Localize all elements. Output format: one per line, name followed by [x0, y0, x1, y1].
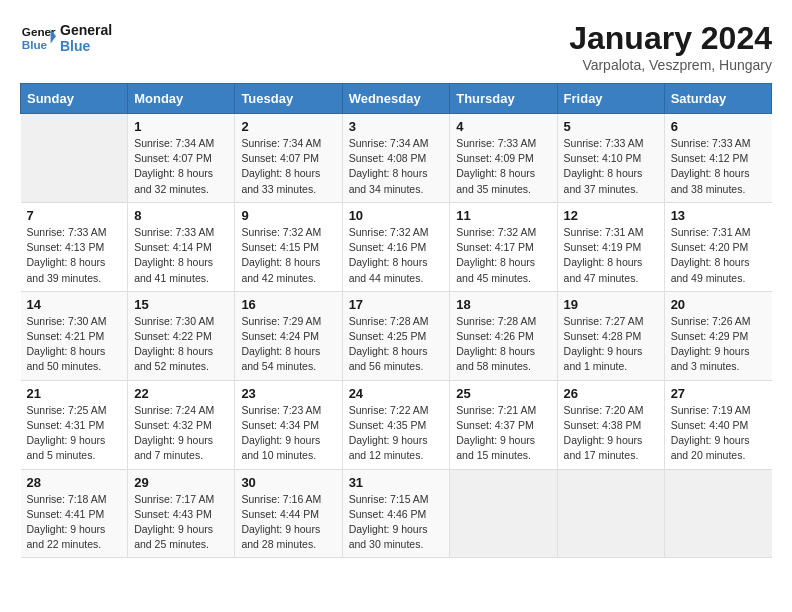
calendar-cell: 12Sunrise: 7:31 AMSunset: 4:19 PMDayligh…: [557, 202, 664, 291]
day-number: 23: [241, 386, 335, 401]
day-info: Sunrise: 7:28 AMSunset: 4:26 PMDaylight:…: [456, 314, 550, 375]
day-number: 25: [456, 386, 550, 401]
calendar-cell: 26Sunrise: 7:20 AMSunset: 4:38 PMDayligh…: [557, 380, 664, 469]
calendar-cell: 23Sunrise: 7:23 AMSunset: 4:34 PMDayligh…: [235, 380, 342, 469]
day-info: Sunrise: 7:26 AMSunset: 4:29 PMDaylight:…: [671, 314, 766, 375]
calendar-cell: 8Sunrise: 7:33 AMSunset: 4:14 PMDaylight…: [128, 202, 235, 291]
calendar-cell: 21Sunrise: 7:25 AMSunset: 4:31 PMDayligh…: [21, 380, 128, 469]
day-number: 14: [27, 297, 122, 312]
day-info: Sunrise: 7:25 AMSunset: 4:31 PMDaylight:…: [27, 403, 122, 464]
calendar-cell: 24Sunrise: 7:22 AMSunset: 4:35 PMDayligh…: [342, 380, 450, 469]
header-cell-friday: Friday: [557, 84, 664, 114]
calendar-cell: 16Sunrise: 7:29 AMSunset: 4:24 PMDayligh…: [235, 291, 342, 380]
title-area: January 2024 Varpalota, Veszprem, Hungar…: [569, 20, 772, 73]
week-row-5: 28Sunrise: 7:18 AMSunset: 4:41 PMDayligh…: [21, 469, 772, 558]
logo: General Blue General Blue: [20, 20, 112, 56]
day-info: Sunrise: 7:19 AMSunset: 4:40 PMDaylight:…: [671, 403, 766, 464]
calendar-cell: 10Sunrise: 7:32 AMSunset: 4:16 PMDayligh…: [342, 202, 450, 291]
calendar-cell: 27Sunrise: 7:19 AMSunset: 4:40 PMDayligh…: [664, 380, 771, 469]
day-info: Sunrise: 7:33 AMSunset: 4:12 PMDaylight:…: [671, 136, 766, 197]
calendar-cell: 20Sunrise: 7:26 AMSunset: 4:29 PMDayligh…: [664, 291, 771, 380]
day-number: 16: [241, 297, 335, 312]
header-cell-wednesday: Wednesday: [342, 84, 450, 114]
day-info: Sunrise: 7:18 AMSunset: 4:41 PMDaylight:…: [27, 492, 122, 553]
logo-line1: General: [60, 22, 112, 38]
day-number: 9: [241, 208, 335, 223]
calendar-cell: 28Sunrise: 7:18 AMSunset: 4:41 PMDayligh…: [21, 469, 128, 558]
day-info: Sunrise: 7:30 AMSunset: 4:22 PMDaylight:…: [134, 314, 228, 375]
day-number: 28: [27, 475, 122, 490]
week-row-1: 1Sunrise: 7:34 AMSunset: 4:07 PMDaylight…: [21, 114, 772, 203]
day-info: Sunrise: 7:23 AMSunset: 4:34 PMDaylight:…: [241, 403, 335, 464]
calendar-table: SundayMondayTuesdayWednesdayThursdayFrid…: [20, 83, 772, 558]
day-info: Sunrise: 7:32 AMSunset: 4:16 PMDaylight:…: [349, 225, 444, 286]
header-cell-sunday: Sunday: [21, 84, 128, 114]
day-number: 3: [349, 119, 444, 134]
calendar-cell: 25Sunrise: 7:21 AMSunset: 4:37 PMDayligh…: [450, 380, 557, 469]
header-cell-monday: Monday: [128, 84, 235, 114]
day-number: 8: [134, 208, 228, 223]
day-info: Sunrise: 7:33 AMSunset: 4:14 PMDaylight:…: [134, 225, 228, 286]
calendar-cell: 7Sunrise: 7:33 AMSunset: 4:13 PMDaylight…: [21, 202, 128, 291]
calendar-cell: 11Sunrise: 7:32 AMSunset: 4:17 PMDayligh…: [450, 202, 557, 291]
day-info: Sunrise: 7:34 AMSunset: 4:08 PMDaylight:…: [349, 136, 444, 197]
calendar-cell: 14Sunrise: 7:30 AMSunset: 4:21 PMDayligh…: [21, 291, 128, 380]
calendar-cell: 2Sunrise: 7:34 AMSunset: 4:07 PMDaylight…: [235, 114, 342, 203]
location-subtitle: Varpalota, Veszprem, Hungary: [569, 57, 772, 73]
logo-line2: Blue: [60, 38, 112, 54]
day-number: 19: [564, 297, 658, 312]
calendar-cell: 4Sunrise: 7:33 AMSunset: 4:09 PMDaylight…: [450, 114, 557, 203]
calendar-cell: 3Sunrise: 7:34 AMSunset: 4:08 PMDaylight…: [342, 114, 450, 203]
day-info: Sunrise: 7:31 AMSunset: 4:20 PMDaylight:…: [671, 225, 766, 286]
calendar-cell: [557, 469, 664, 558]
calendar-cell: 22Sunrise: 7:24 AMSunset: 4:32 PMDayligh…: [128, 380, 235, 469]
calendar-cell: 31Sunrise: 7:15 AMSunset: 4:46 PMDayligh…: [342, 469, 450, 558]
week-row-2: 7Sunrise: 7:33 AMSunset: 4:13 PMDaylight…: [21, 202, 772, 291]
day-info: Sunrise: 7:21 AMSunset: 4:37 PMDaylight:…: [456, 403, 550, 464]
calendar-cell: 15Sunrise: 7:30 AMSunset: 4:22 PMDayligh…: [128, 291, 235, 380]
day-info: Sunrise: 7:17 AMSunset: 4:43 PMDaylight:…: [134, 492, 228, 553]
header-cell-tuesday: Tuesday: [235, 84, 342, 114]
week-row-4: 21Sunrise: 7:25 AMSunset: 4:31 PMDayligh…: [21, 380, 772, 469]
day-number: 5: [564, 119, 658, 134]
day-number: 4: [456, 119, 550, 134]
month-title: January 2024: [569, 20, 772, 57]
day-info: Sunrise: 7:28 AMSunset: 4:25 PMDaylight:…: [349, 314, 444, 375]
calendar-cell: [664, 469, 771, 558]
svg-text:Blue: Blue: [22, 38, 48, 51]
calendar-cell: 5Sunrise: 7:33 AMSunset: 4:10 PMDaylight…: [557, 114, 664, 203]
day-number: 17: [349, 297, 444, 312]
header-cell-thursday: Thursday: [450, 84, 557, 114]
day-info: Sunrise: 7:27 AMSunset: 4:28 PMDaylight:…: [564, 314, 658, 375]
header: General Blue General Blue January 2024 V…: [20, 20, 772, 73]
day-number: 30: [241, 475, 335, 490]
day-number: 31: [349, 475, 444, 490]
calendar-cell: 6Sunrise: 7:33 AMSunset: 4:12 PMDaylight…: [664, 114, 771, 203]
day-info: Sunrise: 7:33 AMSunset: 4:13 PMDaylight:…: [27, 225, 122, 286]
week-row-3: 14Sunrise: 7:30 AMSunset: 4:21 PMDayligh…: [21, 291, 772, 380]
day-number: 21: [27, 386, 122, 401]
calendar-cell: 30Sunrise: 7:16 AMSunset: 4:44 PMDayligh…: [235, 469, 342, 558]
day-number: 13: [671, 208, 766, 223]
header-row: SundayMondayTuesdayWednesdayThursdayFrid…: [21, 84, 772, 114]
day-number: 2: [241, 119, 335, 134]
calendar-cell: 1Sunrise: 7:34 AMSunset: 4:07 PMDaylight…: [128, 114, 235, 203]
day-number: 6: [671, 119, 766, 134]
calendar-cell: [21, 114, 128, 203]
header-cell-saturday: Saturday: [664, 84, 771, 114]
day-number: 27: [671, 386, 766, 401]
day-info: Sunrise: 7:15 AMSunset: 4:46 PMDaylight:…: [349, 492, 444, 553]
logo-icon: General Blue: [20, 20, 56, 56]
day-number: 22: [134, 386, 228, 401]
day-info: Sunrise: 7:16 AMSunset: 4:44 PMDaylight:…: [241, 492, 335, 553]
day-info: Sunrise: 7:31 AMSunset: 4:19 PMDaylight:…: [564, 225, 658, 286]
day-number: 26: [564, 386, 658, 401]
calendar-cell: 19Sunrise: 7:27 AMSunset: 4:28 PMDayligh…: [557, 291, 664, 380]
calendar-cell: 9Sunrise: 7:32 AMSunset: 4:15 PMDaylight…: [235, 202, 342, 291]
day-number: 7: [27, 208, 122, 223]
day-info: Sunrise: 7:34 AMSunset: 4:07 PMDaylight:…: [241, 136, 335, 197]
day-info: Sunrise: 7:30 AMSunset: 4:21 PMDaylight:…: [27, 314, 122, 375]
day-number: 10: [349, 208, 444, 223]
day-info: Sunrise: 7:32 AMSunset: 4:15 PMDaylight:…: [241, 225, 335, 286]
calendar-cell: [450, 469, 557, 558]
